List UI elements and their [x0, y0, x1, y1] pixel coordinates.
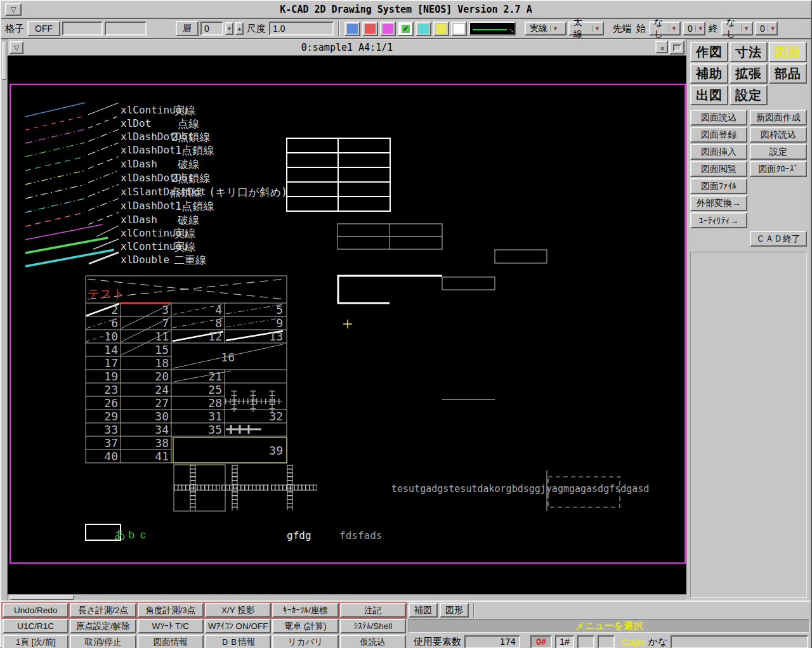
color-swatch-yellow[interactable]: [433, 22, 449, 36]
mini-field-1: [577, 635, 594, 648]
drawing-window-title: 0:sample1 A4:1/1: [8, 42, 686, 53]
svg-text:xlDashDot: xlDashDot: [121, 200, 176, 212]
origin-set-button[interactable]: 原点設定/解除: [70, 619, 136, 633]
gfdg-text: gfdg: [287, 529, 311, 541]
tip-end-dropdown[interactable]: なし▼: [721, 22, 753, 36]
button-zumen-etsuran[interactable]: 図面閲覧: [690, 161, 747, 177]
horizontal-scrollbar[interactable]: [8, 594, 686, 600]
corner-arrow-icon: ↘: [509, 27, 514, 34]
svg-text:29: 29: [104, 410, 118, 423]
svg-text:xlDot: xlDot: [121, 117, 151, 129]
button-zumen-close[interactable]: 図面ｸﾛｰｽﾞ: [750, 161, 807, 177]
system-shell-button[interactable]: ｼｽﾃﾑ/Shell: [340, 619, 406, 633]
layer-up-icon[interactable]: ▲: [235, 22, 244, 35]
length-measure-button[interactable]: 長さ計測/2点: [70, 603, 136, 618]
button-zumen-yomikomi[interactable]: 図面読込: [690, 110, 747, 126]
hozu-button[interactable]: 補図: [409, 603, 438, 618]
tip-start-dropdown[interactable]: なし▼: [649, 22, 681, 36]
annotation-button[interactable]: 注記: [340, 603, 406, 618]
menu-kakucho[interactable]: 拡張: [730, 63, 768, 84]
svg-text:実線: 実線: [174, 240, 195, 253]
angle-measure-button[interactable]: 角度計測/3点: [138, 603, 204, 618]
xy-projection-button[interactable]: X/Y 投影: [205, 603, 271, 618]
horizontal-scrollbar-thumb[interactable]: [10, 595, 74, 600]
button-zuwaku-yomikomi[interactable]: 図枠読込: [750, 127, 807, 143]
tip-end-num-dropdown[interactable]: 0▼: [755, 22, 778, 36]
layer-button[interactable]: 層: [176, 21, 199, 36]
menu-zumen-active[interactable]: 図面: [769, 42, 807, 62]
svg-text:41: 41: [155, 450, 169, 463]
button-zumen-file[interactable]: 図面ﾌｧｲﾙ: [690, 178, 747, 194]
line-type-dropdown[interactable]: 実線▼: [525, 22, 566, 36]
layer-down-icon[interactable]: ▼: [225, 22, 233, 35]
svg-text:6: 6: [111, 316, 118, 330]
button-shin-zumen-sakusei[interactable]: 新図面作成: [750, 110, 807, 126]
menu-sunpo[interactable]: 寸法: [730, 42, 768, 62]
menu-hojo[interactable]: 補助: [690, 63, 728, 84]
color-swatch-blue[interactable]: [344, 22, 360, 36]
line-style-preview[interactable]: ↘: [469, 22, 516, 36]
color-swatch-green-selected[interactable]: ✓: [398, 22, 414, 36]
db-info-button[interactable]: ＤＢ情報: [205, 635, 271, 648]
zukei-button[interactable]: 図形: [440, 603, 469, 618]
button-utility[interactable]: ﾕｰﾃｨﾘﾃｨ→: [690, 212, 747, 228]
button-gaibu-henkan[interactable]: 外部変換→: [690, 195, 747, 211]
tip-start-num-dropdown[interactable]: 0▼: [683, 22, 705, 36]
svg-text:30: 30: [155, 410, 169, 423]
scale-label: 尺度: [246, 23, 267, 35]
svg-text:10: 10: [104, 330, 118, 343]
grid-toggle-button[interactable]: OFF: [27, 21, 60, 36]
svg-text:実線: 実線: [174, 104, 195, 117]
maximize-icon[interactable]: [669, 41, 684, 55]
menu-buhin[interactable]: 部品: [769, 63, 807, 84]
temp-load-button[interactable]: 仮読込: [340, 635, 406, 648]
drawing-window-menu-icon[interactable]: ▽: [10, 41, 23, 54]
svg-text:20: 20: [155, 370, 169, 383]
scale-value-field[interactable]: 1.0: [269, 22, 334, 36]
bottom-left-buttons: Undo/Redo 長さ計測/2点 角度計測/3点 X/Y 投影 ｷｰｶｰｿﾙ/…: [3, 603, 406, 648]
color-swatch-white[interactable]: [451, 22, 467, 36]
color-swatch-cyan[interactable]: [416, 22, 431, 36]
color-swatch-red[interactable]: [362, 22, 378, 36]
svg-text:34: 34: [155, 423, 169, 436]
svg-text:35: 35: [208, 423, 222, 436]
menu-settei[interactable]: 設定: [730, 85, 768, 105]
key-cursor-button[interactable]: ｷｰｶｰｿﾙ/座標: [272, 603, 338, 618]
cad-exit-button[interactable]: ＣＡＤ終了: [750, 231, 807, 247]
button-zumen-touroku[interactable]: 図面登録: [690, 127, 747, 143]
main-area: ▽ 0:sample1 A4:1/1 xlContinuou 実線: [1, 39, 811, 600]
indicator-0[interactable]: 0#: [530, 635, 552, 648]
drawing-canvas[interactable]: xlContinuou 実線 xlDot 点線 xlDashDotDot 2点鎖…: [8, 56, 686, 594]
dropdown-arrow-icon: ▼: [669, 25, 677, 32]
line-width-dropdown[interactable]: 太線▼: [568, 22, 604, 36]
menu-shutsuzu[interactable]: 出図: [690, 85, 728, 105]
wsort-button[interactable]: Wｿｰﾄ T/C: [138, 619, 204, 633]
drawing-info-button[interactable]: 図面情報: [138, 635, 204, 648]
indicator-1[interactable]: 1#: [555, 635, 574, 648]
minimize-icon[interactable]: [655, 41, 668, 53]
bottom-right-section: 補図 図形 メニューを選択 使用要素数 174 0# 1# Caps かな: [409, 603, 809, 648]
wicon-toggle-button[interactable]: Wｱｲｺﾝ ON/OFF: [205, 619, 271, 633]
drawing-window: ▽ 0:sample1 A4:1/1 xlContinuou 実線: [8, 39, 686, 600]
u1c-r1c-button[interactable]: U1C/R1C: [3, 619, 69, 633]
menu-sakuzu[interactable]: 作図: [690, 42, 728, 62]
svg-text:2: 2: [111, 303, 118, 316]
input-echo-field[interactable]: [671, 635, 808, 648]
recovery-button[interactable]: リカバリ: [272, 635, 338, 648]
color-swatch-magenta[interactable]: [380, 22, 396, 36]
calculator-button[interactable]: 電卓 (計算): [272, 619, 338, 633]
window-title: K-CAD 2D Drawing System [NEOS] Version 2…: [1, 4, 811, 15]
button-settei[interactable]: 設定: [750, 144, 807, 160]
page-next-prev-button[interactable]: 1頁 [次/前]: [3, 635, 69, 648]
svg-text:24: 24: [155, 383, 169, 396]
vertical-scrollbar[interactable]: [1, 39, 8, 600]
layer-value-field[interactable]: 0: [200, 22, 223, 36]
svg-text:2点鎖線: 2点鎖線: [171, 131, 210, 143]
svg-text:二重線: 二重線: [174, 254, 206, 266]
cancel-stop-button[interactable]: 取消/停止: [70, 635, 136, 648]
toolbar-field-1[interactable]: [62, 22, 103, 36]
vertical-scrollbar-thumb[interactable]: [2, 42, 6, 80]
button-zumen-sounyuu[interactable]: 図面挿入: [690, 144, 747, 160]
toolbar-field-2[interactable]: [105, 22, 147, 36]
undo-redo-button[interactable]: Undo/Redo: [3, 603, 69, 618]
